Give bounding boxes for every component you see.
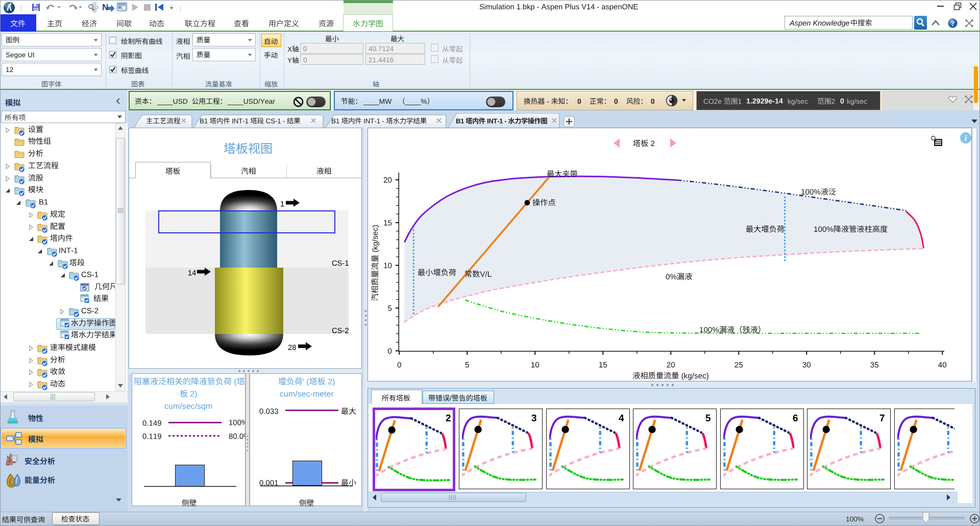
- svg-text:?: ?: [951, 20, 954, 28]
- svg-text:N: N: [102, 3, 108, 12]
- svg-text:i: i: [965, 134, 967, 142]
